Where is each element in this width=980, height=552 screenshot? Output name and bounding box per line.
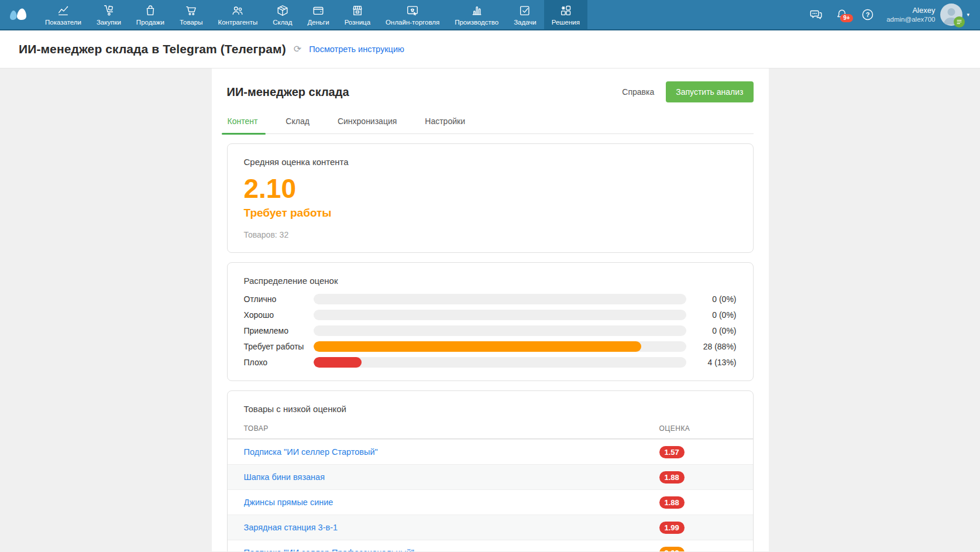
- wallet-icon: [312, 4, 325, 17]
- feedback-button[interactable]: [809, 8, 823, 22]
- storefront-icon: [351, 4, 364, 17]
- tab-settings[interactable]: Настройки: [424, 116, 466, 133]
- distribution-label: Требует работы: [244, 342, 314, 351]
- notes-badge-icon: [954, 16, 965, 28]
- user-menu[interactable]: Alexey admin@alex700 ▾: [886, 4, 969, 26]
- nav-item-label: Показатели: [45, 19, 81, 26]
- column-header-product: ТОВАР: [244, 424, 659, 433]
- table-row: Подписка "ИИ селлер Стартовый" 1.57: [228, 439, 753, 464]
- distribution-value: 0 (0%): [686, 326, 737, 335]
- nav-item-purchases[interactable]: Закупки: [89, 0, 129, 29]
- run-analysis-button[interactable]: Запустить анализ: [666, 81, 753, 102]
- top-nav: Показатели Закупки Продажи Товары Контра…: [0, 0, 980, 30]
- app-logo[interactable]: [0, 0, 37, 29]
- nav-item-production[interactable]: Производство: [447, 0, 506, 29]
- table-header: ТОВАР ОЦЕНКА: [228, 414, 753, 439]
- help-link[interactable]: Справка: [622, 87, 654, 97]
- score-badge: 1.88: [659, 471, 685, 484]
- user-info: Alexey admin@alex700: [886, 6, 935, 24]
- shopping-bag-icon: [144, 4, 157, 17]
- production-bars-icon: [470, 4, 483, 17]
- page-background: ИИ-менеджер склада Справка Запустить ана…: [0, 68, 980, 551]
- question-circle-icon: ?: [861, 8, 875, 22]
- app-header: ИИ-менеджер склада Справка Запустить ана…: [227, 81, 754, 102]
- help-button[interactable]: ?: [861, 8, 875, 22]
- nav-item-tasks[interactable]: Задачи: [506, 0, 544, 29]
- shopping-cart-icon: [185, 4, 198, 17]
- products-count: Товаров: 32: [244, 230, 737, 239]
- hand-truck-icon: [102, 4, 115, 17]
- nav-item-money[interactable]: Деньги: [300, 0, 336, 29]
- tab-warehouse[interactable]: Склад: [285, 116, 310, 133]
- nav-item-sales[interactable]: Продажи: [129, 0, 172, 29]
- product-link[interactable]: Подписка "ИИ селлер Стартовый": [244, 447, 659, 457]
- score-cell: 1.57: [659, 446, 737, 458]
- product-link[interactable]: Шапка бини вязаная: [244, 472, 659, 482]
- nav-right-cluster: 9+ ? Alexey admin@alex700: [809, 0, 980, 29]
- distribution-value: 0 (0%): [686, 310, 737, 320]
- low-rated-products-card: Товары с низкой оценкой ТОВАР ОЦЕНКА Под…: [227, 390, 754, 551]
- distribution-card: Распределение оценок Отлично 0 (0%) Хоро…: [227, 262, 754, 381]
- tab-synchronization[interactable]: Синхронизация: [337, 116, 397, 133]
- nav-item-indicators[interactable]: Показатели: [37, 0, 89, 29]
- distribution-bar-track: [314, 357, 686, 368]
- refresh-icon[interactable]: ⟳: [294, 44, 301, 54]
- chevron-down-icon: ▾: [967, 12, 969, 18]
- distribution-value: 4 (13%): [686, 358, 737, 367]
- nav-item-online-trade[interactable]: Онлайн-торговля: [378, 0, 447, 29]
- distribution-bar-fill: [314, 341, 642, 352]
- page-header: ИИ-менеджер склада в Telegram (Телеграм)…: [0, 30, 980, 68]
- nav-item-warehouse[interactable]: Склад: [265, 0, 300, 29]
- apps-grid-gear-icon: [559, 4, 572, 17]
- tab-content[interactable]: Контент: [227, 116, 259, 133]
- distribution-bar-track: [314, 325, 686, 336]
- distribution-rows: Отлично 0 (0%) Хорошо 0 (0%) Приемлемо: [244, 294, 737, 368]
- page-title: ИИ-менеджер склада в Telegram (Телеграм): [19, 42, 286, 56]
- score-cell: 1.88: [659, 471, 737, 484]
- nav-item-label: Деньги: [307, 19, 329, 26]
- nav-item-label: Товары: [180, 19, 203, 26]
- distribution-row: Отлично 0 (0%): [244, 294, 737, 304]
- nav-item-products[interactable]: Товары: [172, 0, 211, 29]
- nav-item-label: Производство: [455, 19, 498, 26]
- chat-bubbles-icon: [809, 8, 823, 22]
- nav-item-label: Склад: [273, 19, 292, 26]
- product-link[interactable]: Зарядная станция 3-в-1: [244, 523, 659, 532]
- low-rated-title: Товары с низкой оценкой: [228, 404, 753, 414]
- user-email: admin@alex700: [886, 15, 935, 23]
- nav-item-counterparties[interactable]: Контрагенты: [210, 0, 265, 29]
- instruction-link[interactable]: Посмотреть инструкцию: [309, 44, 404, 54]
- checkbox-check-icon: [518, 4, 531, 17]
- solution-app-panel: ИИ-менеджер склада Справка Запустить ана…: [212, 68, 769, 551]
- table-row: Подписка "ИИ селлер Профессиональный" 2.…: [228, 540, 753, 551]
- average-score-card: Средняя оценка контента 2.10 Требует раб…: [227, 143, 754, 253]
- package-icon: [276, 4, 289, 17]
- line-chart-icon: [57, 4, 70, 17]
- svg-text:?: ?: [866, 11, 870, 18]
- nav-item-label: Онлайн-торговля: [386, 19, 439, 26]
- score-cell: 1.88: [659, 496, 737, 509]
- average-score-title: Средняя оценка контента: [244, 157, 737, 167]
- distribution-value: 28 (88%): [686, 342, 737, 351]
- tab-bar: Контент Склад Синхронизация Настройки: [227, 116, 754, 134]
- distribution-row: Хорошо 0 (0%): [244, 310, 737, 320]
- score-badge: 1.99: [659, 522, 685, 534]
- online-store-icon: [406, 4, 419, 17]
- distribution-label: Приемлемо: [244, 326, 314, 335]
- score-cell: 2.02: [659, 547, 737, 551]
- table-row: Джинсы прямые синие 1.88: [228, 489, 753, 515]
- product-link[interactable]: Подписка "ИИ селлер Профессиональный": [244, 548, 659, 551]
- distribution-row: Приемлемо 0 (0%): [244, 325, 737, 336]
- notifications-button[interactable]: 9+: [835, 8, 849, 22]
- nav-item-solutions[interactable]: Решения: [544, 0, 587, 29]
- app-title: ИИ-менеджер склада: [227, 85, 349, 99]
- distribution-bar-fill: [314, 357, 362, 368]
- distribution-label: Хорошо: [244, 310, 314, 320]
- product-link[interactable]: Джинсы прямые синие: [244, 498, 659, 507]
- user-name: Alexey: [886, 6, 935, 15]
- distribution-bar-track: [314, 294, 686, 304]
- table-row: Шапка бини вязаная 1.88: [228, 464, 753, 489]
- nav-item-label: Решения: [552, 19, 580, 26]
- nav-item-retail[interactable]: Розница: [337, 0, 378, 29]
- avatar[interactable]: [940, 4, 962, 26]
